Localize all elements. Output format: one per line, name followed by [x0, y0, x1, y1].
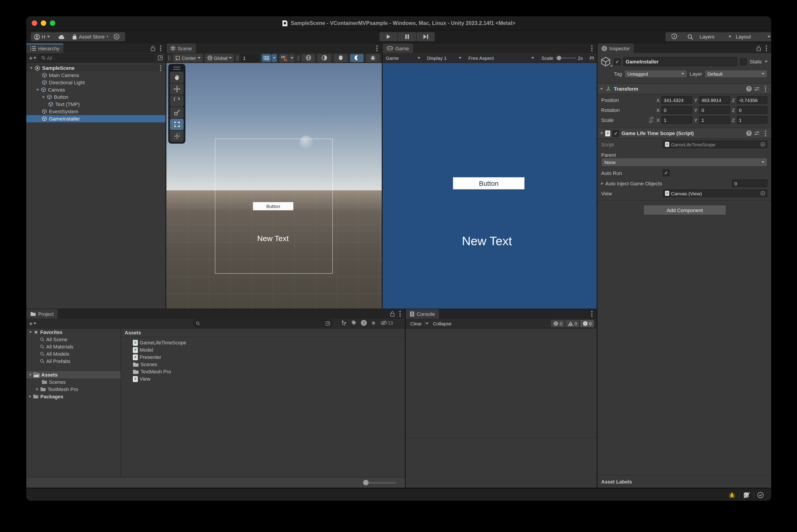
thumbnail-zoom-slider[interactable] — [363, 480, 396, 485]
tab-inspector[interactable]: i Inspector — [597, 43, 634, 53]
view-hand-tool[interactable] — [170, 72, 184, 83]
console-log-area[interactable] — [406, 328, 597, 488]
scale-tool[interactable] — [170, 107, 184, 118]
shading-mode-button[interactable] — [301, 54, 315, 62]
asset-labels-bar[interactable]: Asset Labels — [597, 475, 771, 488]
collapse-toggle[interactable]: Collapse — [428, 321, 456, 326]
project-search-input[interactable] — [201, 321, 324, 326]
component-menu-icon[interactable] — [762, 130, 768, 137]
close-window-button[interactable] — [32, 20, 37, 26]
tab-game[interactable]: Game — [383, 43, 413, 53]
hierarchy-row[interactable]: Main Camera — [26, 72, 165, 79]
presets-icon[interactable] — [754, 131, 760, 136]
panel-menu-icon[interactable] — [397, 310, 403, 318]
hierarchy-search-input[interactable] — [47, 55, 153, 60]
grid-size-field[interactable]: 1 — [241, 54, 259, 62]
foldout-open-icon[interactable] — [600, 88, 603, 90]
slider-thumb[interactable] — [556, 56, 561, 60]
tab-hierarchy[interactable]: Hierarchy — [26, 43, 63, 53]
pop-out-icon[interactable] — [158, 55, 163, 60]
rotate-tool[interactable] — [170, 95, 184, 107]
scale-x-field[interactable]: 1 — [662, 116, 692, 124]
breadcrumb[interactable]: Assets — [121, 328, 405, 337]
debug-bug-button[interactable] — [366, 54, 380, 62]
panel-menu-icon[interactable] — [589, 45, 595, 52]
display-dropdown[interactable]: Display 1 — [424, 53, 465, 62]
favorites-item[interactable]: All Materials — [26, 343, 121, 350]
scene-ui-button[interactable]: Button — [253, 202, 293, 210]
lighting-toggle-button[interactable] — [318, 54, 331, 62]
position-z-field[interactable]: -0.74356 — [737, 96, 767, 104]
assets-root-selected[interactable]: Assets — [26, 371, 121, 378]
create-object-button[interactable]: + — [29, 55, 36, 61]
view-object-field[interactable]: # Canvas (View) — [663, 189, 767, 197]
attach-debugger-bug-icon[interactable] — [725, 491, 739, 498]
asset-item[interactable]: TextMesh Pro — [121, 368, 405, 375]
foldout-closed-icon[interactable] — [43, 96, 45, 98]
hierarchy-search-field[interactable] — [39, 54, 155, 62]
hierarchy-row-scene[interactable]: SampleScene — [26, 64, 165, 72]
search-everywhere-button[interactable] — [681, 32, 699, 41]
foldout-closed-icon[interactable] — [601, 182, 604, 185]
tree-folder[interactable]: TextMesh Pro — [26, 386, 121, 393]
step-button[interactable] — [416, 32, 435, 41]
layers-dropdown[interactable]: Layers — [696, 32, 735, 41]
rotation-y-field[interactable]: 0 — [699, 106, 730, 114]
lock-icon[interactable] — [389, 310, 395, 318]
presets-icon[interactable] — [754, 86, 760, 92]
asset-store-dropdown[interactable]: Asset Store — [69, 32, 112, 41]
audio-toggle-button[interactable] — [334, 54, 348, 62]
object-picker-icon[interactable] — [760, 142, 765, 147]
unity-version-control-button[interactable]: D — [108, 32, 125, 41]
hierarchy-row[interactable]: EventSystem — [26, 108, 165, 115]
foldout-open-icon[interactable] — [30, 67, 33, 69]
zoom-window-button[interactable] — [50, 20, 55, 26]
layout-dropdown[interactable]: Layout — [733, 32, 771, 41]
component-enabled-checkbox[interactable]: ✓ — [612, 130, 619, 137]
cloud-button[interactable] — [53, 32, 70, 41]
tab-console[interactable]: Console — [406, 309, 439, 319]
minimize-window-button[interactable] — [41, 20, 46, 26]
panel-menu-icon[interactable] — [589, 310, 595, 318]
transform-combined-tool[interactable] — [170, 131, 184, 142]
clear-options-dropdown[interactable] — [426, 322, 428, 324]
undo-history-button[interactable] — [666, 32, 683, 41]
asset-item[interactable]: # GameLifeTimeScope — [121, 339, 405, 346]
favorites-item[interactable]: All Models — [26, 350, 121, 358]
tab-project[interactable]: Project — [26, 309, 58, 319]
rect-tool-active[interactable] — [170, 119, 184, 130]
foldout-open-icon[interactable] — [600, 132, 603, 134]
asset-item[interactable]: # Model — [121, 346, 405, 354]
hierarchy-row[interactable]: Button — [26, 93, 165, 101]
foldout-open-icon[interactable] — [29, 374, 32, 376]
position-x-field[interactable]: 341.4324 — [662, 96, 692, 104]
search-by-type-icon[interactable] — [341, 320, 347, 326]
lock-icon[interactable] — [755, 45, 762, 52]
snap-toggle[interactable] — [279, 54, 289, 62]
transform-header[interactable]: Transform ? — [597, 83, 771, 94]
search-by-label-icon[interactable] — [351, 320, 357, 326]
pivot-mode-dropdown[interactable]: Center — [173, 54, 202, 62]
component-menu-icon[interactable] — [762, 85, 768, 92]
grid-options-dropdown[interactable] — [272, 54, 277, 62]
add-component-button[interactable]: Add Component — [643, 205, 726, 215]
cache-server-icon[interactable] — [739, 491, 754, 498]
snap-options-dropdown[interactable] — [289, 54, 295, 62]
panel-menu-icon[interactable] — [374, 45, 380, 52]
object-picker-icon[interactable] — [760, 191, 765, 196]
chevron-down-icon[interactable] — [765, 61, 767, 62]
move-tool[interactable] — [170, 83, 184, 95]
effects-toggle-button[interactable] — [350, 54, 364, 62]
panel-menu-icon[interactable] — [157, 45, 164, 52]
favorites-item[interactable]: All Scene — [26, 336, 121, 343]
console-split-divider[interactable] — [406, 437, 597, 438]
play-button[interactable] — [379, 32, 397, 41]
grid-visibility-toggle[interactable]: Y — [262, 54, 271, 62]
scene-menu-icon[interactable] — [157, 64, 164, 72]
game-mode-dropdown[interactable]: Game — [383, 53, 424, 62]
foldout-closed-icon[interactable] — [36, 388, 39, 391]
active-checkbox-checked[interactable]: ✓ — [614, 58, 620, 65]
script-object-field[interactable]: # GameLifeTimeScope — [663, 140, 767, 148]
create-asset-button[interactable]: + — [29, 320, 36, 326]
hierarchy-row-selected[interactable]: GameInstaller — [26, 115, 165, 122]
